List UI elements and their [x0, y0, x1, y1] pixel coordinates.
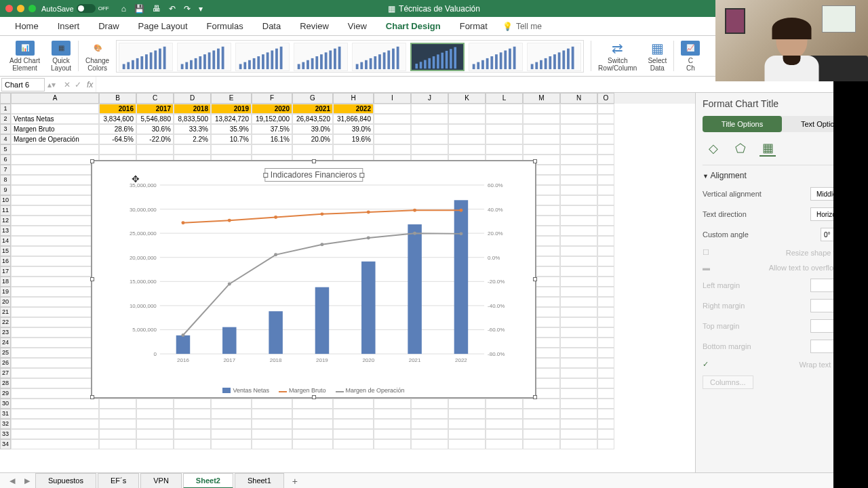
column-header[interactable]: D: [174, 93, 211, 104]
cell[interactable]: [560, 205, 597, 216]
cell[interactable]: 2019: [211, 104, 252, 114]
cell[interactable]: [11, 327, 99, 338]
cell[interactable]: [333, 419, 374, 429]
cell[interactable]: [252, 439, 292, 449]
resize-handle[interactable]: [90, 277, 94, 281]
cell[interactable]: [597, 388, 614, 399]
cell[interactable]: [374, 114, 411, 124]
cell[interactable]: [411, 124, 448, 134]
cell[interactable]: [292, 144, 333, 155]
cell[interactable]: [560, 104, 597, 114]
cell[interactable]: [486, 419, 523, 429]
row-header[interactable]: 28: [0, 378, 11, 388]
cell[interactable]: 19.6%: [333, 134, 374, 144]
cell[interactable]: [333, 429, 374, 439]
cell[interactable]: 2016: [99, 104, 136, 114]
cell[interactable]: [597, 277, 614, 287]
column-header[interactable]: F: [252, 93, 292, 104]
cell[interactable]: [11, 175, 99, 185]
cell[interactable]: [523, 134, 560, 144]
ribbon-tab-insert[interactable]: Insert: [48, 17, 90, 35]
chart-style-thumb[interactable]: [527, 43, 581, 71]
undo-icon[interactable]: ↶: [169, 4, 176, 14]
column-header[interactable]: A: [11, 93, 99, 104]
cell[interactable]: [11, 287, 99, 297]
cell[interactable]: [486, 409, 523, 419]
cell[interactable]: [523, 419, 560, 429]
cell[interactable]: [523, 114, 560, 124]
add-sheet-button[interactable]: +: [285, 476, 304, 487]
cell[interactable]: [374, 409, 411, 419]
cell[interactable]: [211, 429, 252, 439]
select-data-button[interactable]: ▦Select Data: [644, 37, 671, 75]
close-window-button[interactable]: [5, 5, 13, 12]
cell[interactable]: [99, 429, 136, 439]
cell[interactable]: [211, 144, 252, 155]
ribbon-tab-view[interactable]: View: [338, 17, 376, 35]
cell[interactable]: [411, 144, 448, 155]
cell[interactable]: [374, 124, 411, 134]
cell[interactable]: [523, 399, 560, 409]
cell[interactable]: [597, 338, 614, 348]
cell[interactable]: [11, 205, 99, 216]
cell[interactable]: [486, 439, 523, 449]
cell[interactable]: [411, 439, 448, 449]
enter-formula-icon[interactable]: ✓: [75, 80, 81, 89]
cell[interactable]: [597, 144, 614, 155]
cell[interactable]: [560, 297, 597, 307]
cell[interactable]: [560, 338, 597, 348]
cell[interactable]: [597, 419, 614, 429]
row-header[interactable]: 9: [0, 185, 11, 195]
ribbon-tab-draw[interactable]: Draw: [89, 17, 128, 35]
cell[interactable]: [448, 134, 486, 144]
cell[interactable]: [560, 358, 597, 368]
sheet-tab[interactable]: EF´s: [98, 473, 139, 488]
cell[interactable]: [11, 236, 99, 246]
cell[interactable]: 2.2%: [174, 134, 211, 144]
cell[interactable]: 2018: [174, 104, 211, 114]
chart-legend[interactable]: Ventas Netas Margen Bruto Margen de Oper…: [92, 387, 535, 394]
cell[interactable]: [374, 439, 411, 449]
cell[interactable]: [560, 317, 597, 327]
cell[interactable]: 2020: [252, 104, 292, 114]
row-header[interactable]: 30: [0, 399, 11, 409]
cell[interactable]: 10.7%: [211, 134, 252, 144]
column-header[interactable]: L: [486, 93, 523, 104]
row-header[interactable]: 12: [0, 216, 11, 226]
cell[interactable]: [11, 307, 99, 317]
cell[interactable]: [11, 256, 99, 266]
row-header[interactable]: 19: [0, 287, 11, 297]
sheet-tab[interactable]: Sheet1: [235, 473, 284, 488]
cell[interactable]: [448, 419, 486, 429]
ribbon-tab-data[interactable]: Data: [253, 17, 290, 35]
cell[interactable]: [11, 165, 99, 175]
cell[interactable]: [560, 378, 597, 388]
cell[interactable]: [560, 155, 597, 165]
cell[interactable]: [597, 327, 614, 338]
cell[interactable]: [560, 409, 597, 419]
cell[interactable]: [560, 307, 597, 317]
cell[interactable]: [560, 134, 597, 144]
cell[interactable]: [448, 429, 486, 439]
cell[interactable]: [252, 399, 292, 409]
cell[interactable]: [597, 216, 614, 226]
cell[interactable]: [11, 348, 99, 358]
cell[interactable]: [560, 175, 597, 185]
cell[interactable]: [597, 399, 614, 409]
autosave-toggle[interactable]: AutoSave OFF: [41, 4, 109, 13]
maximize-window-button[interactable]: [28, 5, 36, 12]
cell[interactable]: 31,866,840: [333, 114, 374, 124]
resize-handle[interactable]: [533, 159, 537, 163]
cell[interactable]: [560, 216, 597, 226]
cell[interactable]: Margen Bruto: [11, 124, 99, 134]
cell[interactable]: [560, 277, 597, 287]
cell[interactable]: [174, 429, 211, 439]
row-header[interactable]: 25: [0, 348, 11, 358]
sheet-tab[interactable]: Sheet2: [183, 473, 233, 488]
cell[interactable]: [523, 124, 560, 134]
row-header[interactable]: 24: [0, 338, 11, 348]
cell[interactable]: 30.6%: [136, 124, 174, 134]
cell[interactable]: [560, 165, 597, 175]
cell[interactable]: [99, 144, 136, 155]
cell[interactable]: [486, 144, 523, 155]
